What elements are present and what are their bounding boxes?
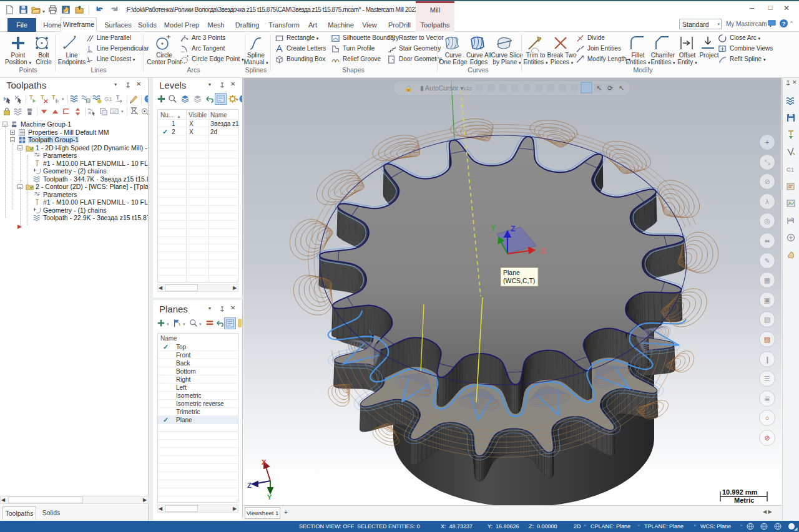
- svg-text:⤡: ⤡: [765, 158, 770, 166]
- svg-text:?: ?: [782, 21, 786, 27]
- svg-text:▨: ▨: [764, 336, 770, 343]
- svg-text:Y: Y: [267, 493, 272, 501]
- svg-text:Metric: Metric: [734, 496, 754, 504]
- svg-text:⊘: ⊘: [764, 434, 770, 442]
- svg-text:(WCS,C,T): (WCS,C,T): [503, 277, 535, 284]
- svg-text:▧: ▧: [764, 316, 770, 323]
- svg-text:○: ○: [765, 414, 770, 422]
- svg-text:▮ AutoCursor ▾: ▮ AutoCursor ▾: [420, 84, 464, 92]
- svg-text:?: ?: [242, 96, 243, 102]
- svg-text:10: 10: [112, 109, 117, 114]
- svg-text:✎: ✎: [764, 257, 770, 264]
- svg-text:10.992 mm: 10.992 mm: [722, 488, 757, 496]
- svg-text:X: X: [262, 458, 267, 466]
- svg-text:+0: +0: [789, 217, 794, 221]
- svg-text:◎: ◎: [764, 217, 770, 225]
- svg-text:▣: ▣: [764, 296, 770, 304]
- svg-text:λ: λ: [765, 198, 769, 205]
- svg-text:⬌: ⬌: [764, 237, 770, 244]
- svg-text:🔒: 🔒: [404, 84, 413, 92]
- svg-text:X: X: [541, 247, 546, 256]
- svg-text:⊘: ⊘: [764, 178, 770, 185]
- svg-text:Plane: Plane: [503, 269, 520, 276]
- svg-text:Z: Z: [511, 225, 516, 233]
- svg-text:❙: ❙: [764, 355, 770, 364]
- svg-text:?: ?: [147, 96, 149, 102]
- svg-text:↖: ↖: [596, 84, 602, 92]
- svg-text:x‡z: x‡z: [463, 85, 473, 92]
- svg-text:+: +: [765, 138, 769, 146]
- svg-text:Z: Z: [247, 481, 252, 489]
- svg-text:Y: Y: [491, 224, 496, 233]
- svg-text:≣: ≣: [764, 395, 770, 402]
- svg-text:G1: G1: [104, 96, 112, 102]
- svg-text:↖: ↖: [619, 84, 624, 92]
- svg-text:▦: ▦: [764, 276, 770, 284]
- svg-text:⟳: ⟳: [607, 84, 613, 92]
- svg-text:G1: G1: [787, 167, 794, 173]
- svg-text:☰: ☰: [764, 375, 770, 382]
